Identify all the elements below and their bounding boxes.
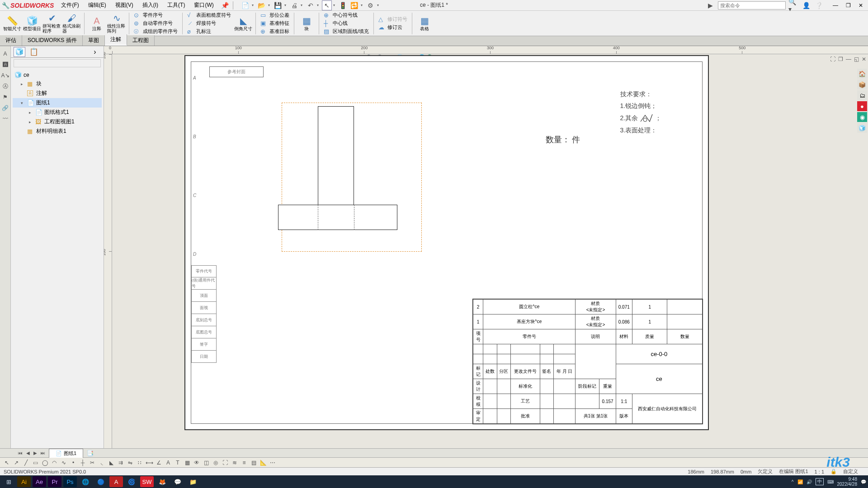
bt-corner-rect-icon[interactable]: ▭ (31, 459, 39, 467)
vp-new-window-icon[interactable]: ❐ (838, 56, 843, 62)
bt-measure-icon[interactable]: 📐 (259, 459, 267, 467)
spell-check-button[interactable]: ✔拼写检查程序 (42, 13, 61, 33)
taskbar-edge-icon[interactable]: 🔵 (94, 476, 108, 487)
tray-date[interactable]: 2022/4/28 (837, 482, 858, 487)
sheet-nav-last-icon[interactable]: ⏭ (41, 450, 45, 455)
drawing-view-geometry[interactable] (318, 106, 354, 206)
rebuild-icon[interactable]: 🔁 (349, 0, 359, 10)
auto-balloon-button[interactable]: ⊚自动零件序号 (132, 19, 179, 27)
tray-network-icon[interactable]: 📶 (797, 479, 803, 484)
smart-dimension-button[interactable]: 📏智能尺寸 (3, 16, 22, 31)
bt-select-icon[interactable]: ↖ (3, 459, 11, 467)
title-block[interactable]: 2 圆立柱^ce 材质 <未指定> 0.071 1 1 基座方块^ce 材质 <… (472, 299, 703, 424)
tray-notifications-icon[interactable]: 💬 (861, 479, 866, 484)
bt-spline-icon[interactable]: ∿ (60, 459, 68, 467)
tree-root[interactable]: 🧊ce (13, 70, 102, 79)
bt-more1-icon[interactable]: ⋯ (269, 459, 277, 467)
bt-fillet-icon[interactable]: ◟ (98, 459, 106, 467)
tab-drawing[interactable]: 工程图 (127, 35, 155, 46)
vp-minimize-icon[interactable]: — (846, 56, 851, 62)
note-button[interactable]: A注释 (87, 16, 106, 31)
bt-break-icon[interactable]: ≋ (231, 459, 239, 467)
drawing-canvas[interactable]: ⛶ ❐ — ◱ ✕ A B C D 参考封面 (112, 54, 868, 448)
tab-addins[interactable]: SOLIDWORKS 插件 (22, 35, 83, 46)
dropdown-icon[interactable]: ▾ (361, 3, 364, 7)
taskbar-start-icon[interactable]: ⊞ (2, 476, 15, 487)
taskpane-forum-icon[interactable]: 🧊 (857, 123, 867, 133)
centerline-button[interactable]: ┼中心线 (322, 19, 371, 27)
taskpane-view-palette-icon[interactable]: 🗂 (857, 90, 867, 100)
bt-table-icon[interactable]: ▦ (183, 459, 191, 467)
linear-pattern-button[interactable]: ∿线性注释阵列 (107, 13, 126, 33)
weld-symbol-button[interactable]: ⟋焊接符号 (185, 19, 233, 27)
vp-close-icon[interactable]: ✕ (862, 56, 866, 62)
area-hatch-button[interactable]: ▨区域剖面线/填充 (322, 28, 371, 35)
chamfer-dim-button[interactable]: ◣倒角尺寸 (234, 16, 253, 31)
menu-view[interactable]: 视图(V) (113, 0, 136, 10)
tables-button[interactable]: ▦表格 (415, 16, 434, 31)
annotation-align-icon[interactable]: 🅰 (1, 61, 9, 69)
annotation-link-icon[interactable]: 🔗 (1, 104, 9, 112)
menu-edit[interactable]: 编辑(E) (85, 0, 109, 10)
dropdown-icon[interactable]: ▾ (252, 3, 255, 7)
search-run-icon[interactable]: ▶ (705, 0, 715, 10)
tray-keyboard-icon[interactable]: ⌨ (827, 479, 834, 484)
tray-volume-icon[interactable]: 🔊 (807, 479, 812, 484)
tree-blocks[interactable]: ▸▦块 (13, 79, 102, 89)
tree-drawing-view[interactable]: ▸🖼工程图视图1 (13, 117, 102, 127)
options-icon[interactable]: ⚙ (366, 0, 376, 10)
center-mark-button[interactable]: ⊕中心符号线 (322, 11, 371, 19)
taskpane-resources-icon[interactable]: 📦 (857, 80, 867, 89)
dropdown-icon[interactable]: ▾ (301, 3, 304, 7)
bt-arc-icon[interactable]: ◠ (50, 459, 58, 467)
status-scale[interactable]: 1 : 1 (815, 469, 824, 474)
datum-target-button[interactable]: ⊕基准目标 (259, 28, 291, 35)
annotation-font-a-icon[interactable]: A (1, 50, 9, 58)
taskbar-ps-icon[interactable]: Ps (63, 476, 77, 487)
tab-annotate[interactable]: 注解 (105, 34, 127, 46)
search-icon[interactable]: 🔍▾ (788, 0, 798, 10)
annotation-leader-icon[interactable]: A↘ (1, 71, 9, 80)
menu-insert[interactable]: 插入(I) (140, 0, 161, 10)
sheet-nav-next-icon[interactable]: ▶ (33, 450, 37, 455)
add-sheet-icon[interactable]: 📑 (84, 449, 96, 457)
dropdown-icon[interactable]: ▾ (377, 3, 381, 7)
tree-annotations[interactable]: 🄰注解 (13, 89, 102, 98)
dropdown-icon[interactable]: ▾ (284, 3, 288, 7)
bt-circle-icon[interactable]: ◯ (41, 459, 49, 467)
status-custom[interactable]: 自定义 (843, 468, 858, 475)
taskbar-wechat-icon[interactable]: 💬 (171, 476, 184, 487)
taskbar-pr-icon[interactable]: Pr (48, 476, 61, 487)
feature-filter-input[interactable] (14, 59, 101, 67)
datum-feature-button[interactable]: ▣基准特征 (259, 19, 291, 27)
drawing-sheet[interactable]: A B C D 参考封面 数量： 件 技术要求： (184, 55, 709, 430)
menu-window[interactable]: 窗口(W) (191, 0, 216, 10)
bt-pick-icon[interactable]: ↗ (12, 459, 20, 467)
sheet-nav-first-icon[interactable]: ⏮ (18, 450, 23, 455)
dropdown-icon[interactable]: ▾ (333, 3, 337, 7)
bt-trim-icon[interactable]: ✂ (88, 459, 96, 467)
tree-sheet-format[interactable]: ▸📄图纸格式1 (13, 108, 102, 117)
annotation-balloon-icon[interactable]: Ⓐ (1, 82, 9, 90)
bt-align-icon[interactable]: ≡ (240, 459, 248, 467)
tree-bom[interactable]: ▦材料明细表1 (13, 127, 102, 136)
sheet-tab-1[interactable]: 📄图纸1 (49, 449, 83, 458)
bt-line-icon[interactable]: ╱ (22, 459, 30, 467)
help-icon[interactable]: ❔ (814, 0, 824, 10)
taskpane-custom-props-icon[interactable]: ◉ (857, 112, 867, 122)
bt-note-icon[interactable]: A (164, 459, 172, 467)
minimize-button[interactable]: — (830, 1, 841, 10)
hole-callout-button[interactable]: ⌀孔标注 (185, 28, 233, 35)
taskbar-solidworks-icon[interactable]: SW (140, 476, 154, 487)
taskpane-home-icon[interactable]: 🏠 (857, 69, 867, 79)
stacked-balloon-button[interactable]: ⦾成组的零件序号 (132, 28, 179, 36)
status-lock-icon[interactable]: 🔒 (830, 469, 837, 474)
bt-text-icon[interactable]: T (174, 459, 182, 467)
user-icon[interactable]: 👤 (801, 0, 811, 10)
sheet-nav-prev-icon[interactable]: ◀ (26, 450, 30, 455)
revision-cloud-button[interactable]: ☁修订云 (377, 23, 409, 31)
menu-file[interactable]: 文件(F) (58, 0, 81, 10)
tree-sheet[interactable]: ▾📄图纸1 (13, 98, 102, 108)
geo-tol-button[interactable]: ▭形位公差 (259, 11, 291, 19)
dropdown-icon[interactable]: ▾ (268, 3, 272, 7)
